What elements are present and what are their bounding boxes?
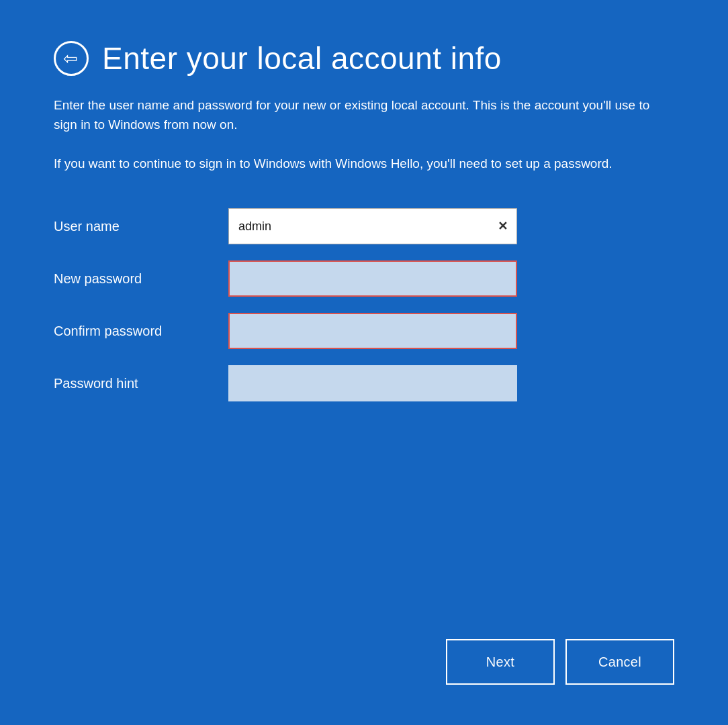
username-label: User name — [54, 219, 228, 234]
back-button[interactable]: ⇦ — [54, 41, 89, 76]
hint-label: Password hint — [54, 376, 228, 391]
username-input[interactable] — [228, 208, 517, 244]
footer-buttons: Next Cancel — [446, 639, 674, 685]
username-clear-button[interactable]: ✕ — [495, 219, 510, 234]
confirm-password-input-wrapper — [228, 313, 517, 349]
description-line1: Enter the user name and password for you… — [54, 95, 658, 135]
confirm-password-label: Confirm password — [54, 324, 228, 339]
new-password-input[interactable] — [228, 260, 517, 297]
back-arrow-icon: ⇦ — [63, 50, 78, 67]
next-button[interactable]: Next — [446, 639, 555, 685]
new-password-input-wrapper — [228, 260, 517, 297]
cancel-button[interactable]: Cancel — [565, 639, 674, 685]
form: User name ✕ New password Confirm passwor… — [54, 208, 674, 418]
main-container: ⇦ Enter your local account info Enter th… — [0, 0, 728, 725]
username-row: User name ✕ — [54, 208, 674, 244]
new-password-label: New password — [54, 271, 228, 287]
hint-row: Password hint — [54, 365, 674, 401]
page-title: Enter your local account info — [102, 40, 502, 77]
new-password-row: New password — [54, 260, 674, 297]
confirm-password-input[interactable] — [228, 313, 517, 349]
description-line2: If you want to continue to sign in to Wi… — [54, 154, 658, 173]
username-input-wrapper: ✕ — [228, 208, 517, 244]
header: ⇦ Enter your local account info — [54, 40, 674, 77]
hint-input-wrapper — [228, 365, 517, 401]
hint-input[interactable] — [228, 365, 517, 401]
confirm-password-row: Confirm password — [54, 313, 674, 349]
